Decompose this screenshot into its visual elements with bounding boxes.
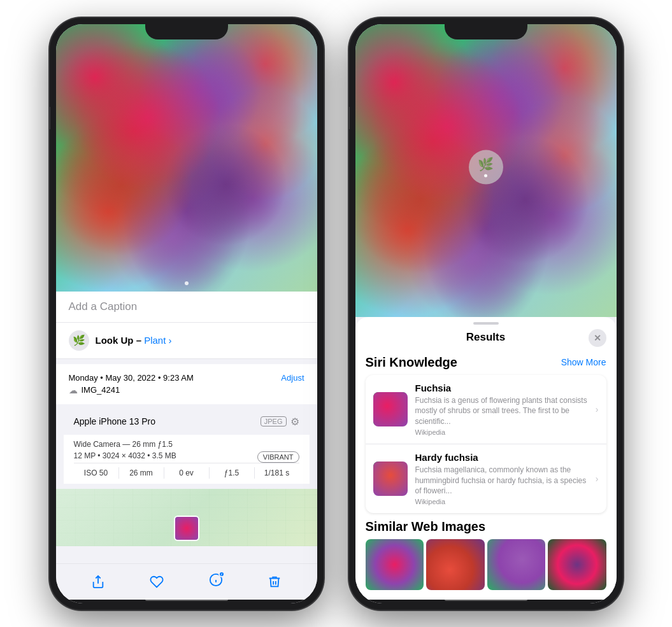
right-home-indicator	[355, 600, 617, 603]
lookup-icon-wrap: 🌿	[69, 330, 89, 351]
close-button[interactable]: ✕	[589, 329, 606, 347]
show-more-button[interactable]: Show More	[561, 357, 606, 367]
fuchsia-text: Fuchsia Fuchsia is a genus of flowering …	[415, 383, 588, 436]
info-button[interactable]: i	[207, 573, 225, 591]
toolbar: i	[56, 563, 317, 600]
exif-row: ISO 50 26 mm 0 ev ƒ1.5 1/181 s	[74, 463, 299, 479]
hardy-desc: Fuchsia magellanica, commonly known as t…	[415, 465, 588, 497]
exif-focal: 26 mm	[119, 467, 164, 479]
left-screen: Add a Caption 🌿 Look Up – Plant › Monday…	[56, 24, 317, 603]
info-notification-dot: i	[218, 571, 225, 577]
device-row: Apple iPhone 13 Pro JPEG ⚙	[64, 409, 310, 434]
results-sheet: Results ✕ Siri Knowledge Show More	[355, 317, 617, 600]
fuchsia-source: Wikipedia	[415, 428, 588, 436]
caption-input-area[interactable]: Add a Caption	[56, 292, 317, 323]
meta-filename: ☁ IMG_4241	[69, 385, 304, 395]
map-photo-thumb	[174, 516, 199, 541]
visual-lookup-dot	[484, 174, 487, 178]
right-notch	[445, 18, 527, 39]
delete-button[interactable]	[266, 573, 283, 591]
similar-images-grid	[366, 539, 606, 590]
hardy-text: Hardy fuchsia Fuchsia magellanica, commo…	[415, 452, 588, 505]
similar-images-title: Similar Web Images	[366, 519, 486, 534]
photo-area[interactable]	[56, 24, 317, 292]
fuchsia-desc: Fuchsia is a genus of flowering plants t…	[415, 395, 588, 427]
meta-date: Monday • May 30, 2022 • 9:23 AM	[69, 373, 194, 383]
exif-iso: ISO 50	[74, 467, 119, 479]
similar-image-2[interactable]	[426, 539, 485, 590]
camera-spec2: 12 MP • 3024 × 4032 • 3.5 MB VIBRANT	[74, 451, 299, 460]
similar-image-4[interactable]	[548, 539, 606, 590]
siri-knowledge-header: Siri Knowledge Show More	[366, 355, 606, 370]
page-dot	[185, 281, 189, 285]
notch	[145, 18, 228, 39]
similar-images-header: Similar Web Images	[366, 519, 606, 534]
fuchsia-name: Fuchsia	[415, 383, 588, 393]
lookup-row[interactable]: 🌿 Look Up – Plant ›	[56, 323, 317, 359]
flower-overlay	[56, 24, 317, 292]
device-section: Apple iPhone 13 Pro JPEG ⚙ Wide Camera —…	[64, 409, 310, 484]
hardy-thumb	[373, 461, 408, 496]
home-indicator	[56, 600, 317, 603]
visual-lookup-button[interactable]: 🌿	[469, 150, 503, 184]
right-phone: 🌿 Results ✕ Siri Knowledge Show More	[349, 18, 623, 610]
device-badges: JPEG ⚙	[261, 416, 299, 428]
meta-row-date: Monday • May 30, 2022 • 9:23 AM Adjust	[69, 373, 304, 383]
map-area[interactable]	[56, 489, 317, 546]
siri-knowledge-title: Siri Knowledge	[366, 355, 457, 370]
info-area: Add a Caption 🌿 Look Up – Plant › Monday…	[56, 292, 317, 563]
camera-spec1: Wide Camera — 26 mm ƒ1.5	[74, 440, 299, 449]
sheet-title: Results	[466, 331, 505, 344]
heart-button[interactable]	[148, 573, 166, 591]
camera-settings-icon[interactable]: ⚙	[290, 416, 299, 428]
right-home-bar	[445, 598, 527, 601]
device-name: Apple iPhone 13 Pro	[74, 416, 155, 426]
knowledge-card: Fuchsia Fuchsia is a genus of flowering …	[366, 375, 606, 514]
similar-image-3[interactable]	[487, 539, 546, 590]
hardy-chevron-icon: ›	[596, 474, 599, 484]
vibrant-badge: VIBRANT	[257, 451, 299, 463]
exif-aperture: ƒ1.5	[210, 467, 255, 479]
visual-lookup-leaf-icon: 🌿	[478, 157, 494, 172]
share-button[interactable]	[89, 573, 107, 591]
sheet-content: Siri Knowledge Show More Fuchsia Fuchsia…	[355, 349, 617, 600]
caption-placeholder: Add a Caption	[69, 300, 138, 313]
meta-section: Monday • May 30, 2022 • 9:23 AM Adjust ☁…	[56, 364, 317, 404]
sheet-header: Results ✕	[355, 327, 617, 349]
leaf-icon: 🌿	[73, 334, 85, 346]
similar-image-1[interactable]	[366, 539, 424, 590]
info-badge-wrap: i	[209, 573, 223, 591]
adjust-button[interactable]: Adjust	[281, 373, 304, 383]
fuchsia-thumb	[373, 392, 408, 426]
lookup-label: Look Up – Plant ›	[96, 335, 172, 346]
left-phone: Add a Caption 🌿 Look Up – Plant › Monday…	[50, 18, 324, 610]
fuchsia-thumb-image	[373, 392, 408, 426]
exif-ev: 0 ev	[164, 467, 210, 479]
hardy-source: Wikipedia	[415, 498, 588, 505]
fuchsia-item[interactable]: Fuchsia Fuchsia is a genus of flowering …	[366, 375, 606, 444]
right-screen: 🌿 Results ✕ Siri Knowledge Show More	[355, 24, 617, 603]
camera-specs: Wide Camera — 26 mm ƒ1.5 12 MP • 3024 × …	[64, 435, 310, 484]
sheet-handle	[473, 322, 499, 325]
hardy-fuchsia-item[interactable]: Hardy fuchsia Fuchsia magellanica, commo…	[366, 444, 606, 513]
fuchsia-chevron-icon: ›	[596, 404, 599, 414]
cloud-icon: ☁	[69, 385, 78, 395]
format-badge: JPEG	[261, 416, 287, 426]
exif-shutter: 1/181 s	[255, 467, 299, 479]
hardy-thumb-image	[373, 461, 408, 496]
right-photo-area: 🌿	[355, 24, 617, 317]
map-thumb-flower	[175, 517, 198, 540]
hardy-name: Hardy fuchsia	[415, 452, 588, 463]
home-bar	[145, 598, 228, 601]
